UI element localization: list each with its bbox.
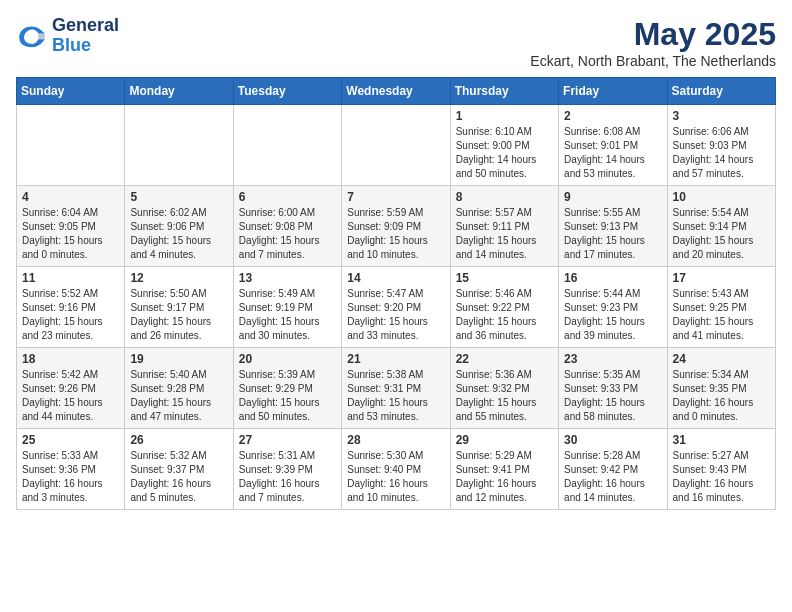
day-info: Sunrise: 5:55 AM Sunset: 9:13 PM Dayligh… <box>564 206 661 262</box>
calendar-cell: 31Sunrise: 5:27 AM Sunset: 9:43 PM Dayli… <box>667 429 775 510</box>
day-number: 9 <box>564 190 661 204</box>
day-info: Sunrise: 6:06 AM Sunset: 9:03 PM Dayligh… <box>673 125 770 181</box>
calendar-week-5: 25Sunrise: 5:33 AM Sunset: 9:36 PM Dayli… <box>17 429 776 510</box>
calendar-cell: 26Sunrise: 5:32 AM Sunset: 9:37 PM Dayli… <box>125 429 233 510</box>
weekday-header-monday: Monday <box>125 78 233 105</box>
day-number: 20 <box>239 352 336 366</box>
calendar-cell: 17Sunrise: 5:43 AM Sunset: 9:25 PM Dayli… <box>667 267 775 348</box>
day-number: 4 <box>22 190 119 204</box>
weekday-header-tuesday: Tuesday <box>233 78 341 105</box>
weekday-header-sunday: Sunday <box>17 78 125 105</box>
calendar-cell <box>342 105 450 186</box>
day-info: Sunrise: 5:39 AM Sunset: 9:29 PM Dayligh… <box>239 368 336 424</box>
location: Eckart, North Brabant, The Netherlands <box>530 53 776 69</box>
calendar-cell: 21Sunrise: 5:38 AM Sunset: 9:31 PM Dayli… <box>342 348 450 429</box>
day-info: Sunrise: 6:04 AM Sunset: 9:05 PM Dayligh… <box>22 206 119 262</box>
calendar-week-2: 4Sunrise: 6:04 AM Sunset: 9:05 PM Daylig… <box>17 186 776 267</box>
calendar-cell: 27Sunrise: 5:31 AM Sunset: 9:39 PM Dayli… <box>233 429 341 510</box>
day-number: 11 <box>22 271 119 285</box>
title-section: May 2025 Eckart, North Brabant, The Neth… <box>530 16 776 69</box>
day-number: 17 <box>673 271 770 285</box>
day-number: 31 <box>673 433 770 447</box>
day-number: 1 <box>456 109 553 123</box>
day-number: 30 <box>564 433 661 447</box>
day-info: Sunrise: 5:59 AM Sunset: 9:09 PM Dayligh… <box>347 206 444 262</box>
day-number: 5 <box>130 190 227 204</box>
calendar-cell: 12Sunrise: 5:50 AM Sunset: 9:17 PM Dayli… <box>125 267 233 348</box>
day-info: Sunrise: 5:57 AM Sunset: 9:11 PM Dayligh… <box>456 206 553 262</box>
calendar-cell: 2Sunrise: 6:08 AM Sunset: 9:01 PM Daylig… <box>559 105 667 186</box>
calendar-cell: 7Sunrise: 5:59 AM Sunset: 9:09 PM Daylig… <box>342 186 450 267</box>
calendar-cell: 11Sunrise: 5:52 AM Sunset: 9:16 PM Dayli… <box>17 267 125 348</box>
weekday-header-saturday: Saturday <box>667 78 775 105</box>
day-info: Sunrise: 5:32 AM Sunset: 9:37 PM Dayligh… <box>130 449 227 505</box>
calendar-week-3: 11Sunrise: 5:52 AM Sunset: 9:16 PM Dayli… <box>17 267 776 348</box>
calendar-cell <box>17 105 125 186</box>
weekday-header-friday: Friday <box>559 78 667 105</box>
calendar-cell: 30Sunrise: 5:28 AM Sunset: 9:42 PM Dayli… <box>559 429 667 510</box>
calendar-cell: 5Sunrise: 6:02 AM Sunset: 9:06 PM Daylig… <box>125 186 233 267</box>
calendar-cell: 15Sunrise: 5:46 AM Sunset: 9:22 PM Dayli… <box>450 267 558 348</box>
calendar-cell: 8Sunrise: 5:57 AM Sunset: 9:11 PM Daylig… <box>450 186 558 267</box>
calendar-cell <box>233 105 341 186</box>
calendar-cell: 16Sunrise: 5:44 AM Sunset: 9:23 PM Dayli… <box>559 267 667 348</box>
day-info: Sunrise: 5:46 AM Sunset: 9:22 PM Dayligh… <box>456 287 553 343</box>
day-info: Sunrise: 5:50 AM Sunset: 9:17 PM Dayligh… <box>130 287 227 343</box>
day-info: Sunrise: 5:28 AM Sunset: 9:42 PM Dayligh… <box>564 449 661 505</box>
day-info: Sunrise: 5:30 AM Sunset: 9:40 PM Dayligh… <box>347 449 444 505</box>
calendar-cell: 29Sunrise: 5:29 AM Sunset: 9:41 PM Dayli… <box>450 429 558 510</box>
day-info: Sunrise: 5:36 AM Sunset: 9:32 PM Dayligh… <box>456 368 553 424</box>
logo: General Blue <box>16 16 119 56</box>
day-info: Sunrise: 5:33 AM Sunset: 9:36 PM Dayligh… <box>22 449 119 505</box>
weekday-header-wednesday: Wednesday <box>342 78 450 105</box>
weekday-header-thursday: Thursday <box>450 78 558 105</box>
calendar-cell <box>125 105 233 186</box>
day-number: 16 <box>564 271 661 285</box>
calendar-cell: 14Sunrise: 5:47 AM Sunset: 9:20 PM Dayli… <box>342 267 450 348</box>
day-info: Sunrise: 5:38 AM Sunset: 9:31 PM Dayligh… <box>347 368 444 424</box>
weekday-header-row: SundayMondayTuesdayWednesdayThursdayFrid… <box>17 78 776 105</box>
day-number: 24 <box>673 352 770 366</box>
day-info: Sunrise: 5:43 AM Sunset: 9:25 PM Dayligh… <box>673 287 770 343</box>
calendar-cell: 1Sunrise: 6:10 AM Sunset: 9:00 PM Daylig… <box>450 105 558 186</box>
calendar-cell: 19Sunrise: 5:40 AM Sunset: 9:28 PM Dayli… <box>125 348 233 429</box>
day-number: 18 <box>22 352 119 366</box>
day-number: 6 <box>239 190 336 204</box>
logo-text-general: General <box>52 16 119 36</box>
day-number: 2 <box>564 109 661 123</box>
day-number: 8 <box>456 190 553 204</box>
calendar-cell: 23Sunrise: 5:35 AM Sunset: 9:33 PM Dayli… <box>559 348 667 429</box>
day-info: Sunrise: 5:27 AM Sunset: 9:43 PM Dayligh… <box>673 449 770 505</box>
day-number: 13 <box>239 271 336 285</box>
day-number: 10 <box>673 190 770 204</box>
day-number: 26 <box>130 433 227 447</box>
calendar-cell: 25Sunrise: 5:33 AM Sunset: 9:36 PM Dayli… <box>17 429 125 510</box>
day-info: Sunrise: 6:08 AM Sunset: 9:01 PM Dayligh… <box>564 125 661 181</box>
day-number: 3 <box>673 109 770 123</box>
calendar-cell: 13Sunrise: 5:49 AM Sunset: 9:19 PM Dayli… <box>233 267 341 348</box>
calendar-cell: 18Sunrise: 5:42 AM Sunset: 9:26 PM Dayli… <box>17 348 125 429</box>
logo-icon <box>16 20 48 52</box>
day-number: 29 <box>456 433 553 447</box>
day-info: Sunrise: 5:44 AM Sunset: 9:23 PM Dayligh… <box>564 287 661 343</box>
day-info: Sunrise: 5:34 AM Sunset: 9:35 PM Dayligh… <box>673 368 770 424</box>
calendar-cell: 9Sunrise: 5:55 AM Sunset: 9:13 PM Daylig… <box>559 186 667 267</box>
day-info: Sunrise: 5:52 AM Sunset: 9:16 PM Dayligh… <box>22 287 119 343</box>
day-number: 19 <box>130 352 227 366</box>
calendar-table: SundayMondayTuesdayWednesdayThursdayFrid… <box>16 77 776 510</box>
page-header: General Blue May 2025 Eckart, North Brab… <box>16 16 776 69</box>
day-number: 14 <box>347 271 444 285</box>
day-info: Sunrise: 5:47 AM Sunset: 9:20 PM Dayligh… <box>347 287 444 343</box>
calendar-cell: 3Sunrise: 6:06 AM Sunset: 9:03 PM Daylig… <box>667 105 775 186</box>
calendar-cell: 6Sunrise: 6:00 AM Sunset: 9:08 PM Daylig… <box>233 186 341 267</box>
day-info: Sunrise: 5:35 AM Sunset: 9:33 PM Dayligh… <box>564 368 661 424</box>
day-info: Sunrise: 6:10 AM Sunset: 9:00 PM Dayligh… <box>456 125 553 181</box>
day-info: Sunrise: 5:42 AM Sunset: 9:26 PM Dayligh… <box>22 368 119 424</box>
calendar-cell: 22Sunrise: 5:36 AM Sunset: 9:32 PM Dayli… <box>450 348 558 429</box>
day-info: Sunrise: 5:49 AM Sunset: 9:19 PM Dayligh… <box>239 287 336 343</box>
day-number: 7 <box>347 190 444 204</box>
day-number: 28 <box>347 433 444 447</box>
day-info: Sunrise: 6:02 AM Sunset: 9:06 PM Dayligh… <box>130 206 227 262</box>
day-number: 12 <box>130 271 227 285</box>
calendar-cell: 4Sunrise: 6:04 AM Sunset: 9:05 PM Daylig… <box>17 186 125 267</box>
